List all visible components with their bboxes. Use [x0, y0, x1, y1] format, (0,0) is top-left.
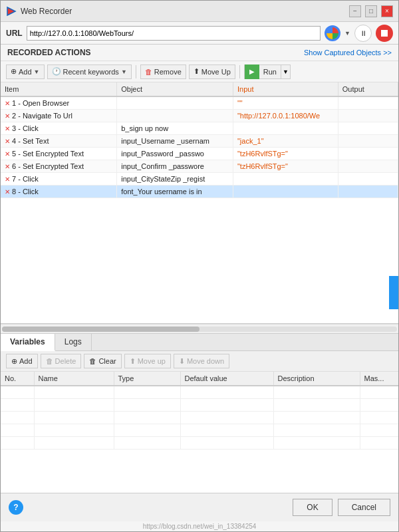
- cancel-button[interactable]: Cancel: [338, 499, 390, 516]
- svg-marker-0: [7, 7, 15, 15]
- vars-delete-button[interactable]: 🗑 Delete: [41, 354, 82, 368]
- window-title: Web Recorder: [21, 7, 345, 16]
- add-icon: ⊕: [11, 67, 17, 76]
- recent-keywords-button[interactable]: 🕐 Recent keywords ▼: [47, 65, 132, 79]
- run-label[interactable]: Run: [259, 68, 281, 76]
- row-remove-icon: ✕: [5, 112, 10, 120]
- stop-icon: [381, 30, 388, 37]
- clock-icon: 🕐: [52, 67, 61, 76]
- bottom-toolbar: ⊕ Add 🗑 Delete 🗑 Clear ⬆ Move up ⬇ Move …: [1, 351, 398, 372]
- row-remove-icon: ✕: [5, 188, 10, 196]
- row-remove-icon: ✕: [5, 150, 10, 158]
- dialog-footer: ? OK Cancel: [1, 493, 398, 521]
- variables-row[interactable]: [1, 386, 398, 399]
- tab-logs[interactable]: Logs: [55, 334, 92, 350]
- vars-move-up-icon: ⬆: [130, 357, 136, 366]
- row-remove-icon: ✕: [5, 125, 10, 132]
- variables-row[interactable]: [1, 437, 398, 450]
- url-label: URL: [6, 29, 23, 38]
- remove-icon: 🗑: [145, 68, 152, 76]
- table-row[interactable]: ✕5 - Set Encrypted Textinput_Password _p…: [1, 148, 398, 160]
- table-row[interactable]: ✕4 - Set Textinput_Username _usernam"jac…: [1, 135, 398, 148]
- row-remove-icon: ✕: [5, 138, 10, 145]
- vars-add-icon: ⊕: [11, 357, 17, 366]
- recorded-actions-header: RECORDED ACTIONS Show Captured Objects >…: [1, 45, 398, 61]
- variables-table: No. Name Type Default value Description …: [1, 372, 398, 450]
- vcol-header-type: Type: [114, 372, 180, 386]
- recent-dropdown-arrow[interactable]: ▼: [121, 68, 127, 75]
- side-indicator: [389, 276, 398, 309]
- tab-variables[interactable]: Variables: [1, 334, 55, 351]
- recorded-actions-title: RECORDED ACTIONS: [7, 48, 91, 57]
- row-remove-icon: ✕: [5, 176, 10, 183]
- vars-move-down-icon: ⬇: [179, 357, 185, 366]
- scrollbar-track[interactable]: [2, 327, 397, 332]
- table-row[interactable]: ✕1 - Open Browser"": [1, 96, 398, 110]
- toolbar-separator-1: [136, 65, 136, 78]
- horizontal-scrollbar[interactable]: [1, 324, 398, 333]
- add-dropdown-arrow[interactable]: ▼: [34, 68, 40, 75]
- vars-delete-icon: 🗑: [46, 357, 53, 365]
- add-button[interactable]: ⊕ Add ▼: [6, 65, 45, 79]
- col-header-object: Object: [117, 82, 233, 96]
- url-bar: URL ▼ ⏸: [1, 22, 398, 45]
- actions-table: Item Object Input Output ✕1 - Open Brows…: [1, 82, 398, 198]
- close-button[interactable]: ×: [381, 5, 393, 17]
- remove-button[interactable]: 🗑 Remove: [140, 65, 186, 79]
- run-button-group: ▶ Run ▼: [244, 65, 291, 79]
- bottom-panel: Variables Logs ⊕ Add 🗑 Delete 🗑 Clear ⬆ …: [1, 333, 398, 493]
- vars-move-down-button[interactable]: ⬇ Move down: [174, 354, 229, 368]
- vars-clear-button[interactable]: 🗑 Clear: [84, 354, 121, 368]
- col-header-output: Output: [338, 82, 398, 96]
- variables-row[interactable]: [1, 399, 398, 412]
- scrollbar-thumb[interactable]: [2, 327, 200, 332]
- watermark: https://blog.csdn.net/wei_in_13384254: [1, 521, 398, 531]
- actions-table-container[interactable]: Item Object Input Output ✕1 - Open Brows…: [1, 82, 398, 324]
- title-bar: Web Recorder − □ ×: [1, 1, 398, 22]
- maximize-button[interactable]: □: [365, 5, 377, 17]
- vcol-header-name: Name: [34, 372, 114, 386]
- vcol-header-no: No.: [1, 372, 34, 386]
- show-captured-button[interactable]: Show Captured Objects >>: [304, 49, 392, 57]
- vcol-header-mas: Mas...: [360, 372, 398, 386]
- variables-row[interactable]: [1, 424, 398, 437]
- run-play-button[interactable]: ▶: [245, 65, 259, 79]
- table-row[interactable]: ✕6 - Set Encrypted Textinput_Confirm _pa…: [1, 160, 398, 173]
- row-remove-icon: ✕: [5, 100, 10, 107]
- help-button[interactable]: ?: [9, 500, 23, 515]
- col-header-item: Item: [1, 82, 117, 96]
- variables-table-container[interactable]: No. Name Type Default value Description …: [1, 372, 398, 493]
- chrome-icon: [327, 27, 338, 39]
- empty-rows-area: [1, 198, 398, 278]
- move-up-icon: ⬆: [194, 67, 200, 76]
- table-row[interactable]: ✕3 - Clickb_sign up now: [1, 122, 398, 135]
- vars-clear-icon: 🗑: [89, 357, 96, 365]
- vars-move-up-button[interactable]: ⬆ Move up: [124, 354, 171, 368]
- table-row[interactable]: ✕8 - Clickfont_Your username is in: [1, 186, 398, 198]
- toolbar-separator-2: [239, 65, 240, 78]
- table-row[interactable]: ✕2 - Navigate To Url"http://127.0.0.1:10…: [1, 110, 398, 122]
- url-input[interactable]: [27, 26, 321, 41]
- move-up-button[interactable]: ⬆ Move Up: [189, 65, 235, 79]
- url-dropdown-arrow[interactable]: ▼: [344, 30, 350, 37]
- run-dropdown-arrow[interactable]: ▼: [281, 65, 290, 79]
- col-header-input: Input: [233, 82, 338, 96]
- variables-row[interactable]: [1, 412, 398, 424]
- minimize-button[interactable]: −: [349, 5, 361, 17]
- pause-icon: ⏸: [360, 29, 367, 37]
- chrome-button[interactable]: [325, 25, 340, 41]
- vars-add-button[interactable]: ⊕ Add: [6, 354, 38, 368]
- table-row[interactable]: ✕7 - Clickinput_CityStateZip _regist: [1, 173, 398, 186]
- vcol-header-default: Default value: [180, 372, 273, 386]
- row-remove-icon: ✕: [5, 163, 10, 170]
- pause-button[interactable]: ⏸: [354, 25, 372, 42]
- ok-button[interactable]: OK: [293, 499, 332, 516]
- app-icon: [6, 6, 17, 17]
- vcol-header-description: Description: [273, 372, 360, 386]
- main-toolbar: ⊕ Add ▼ 🕐 Recent keywords ▼ 🗑 Remove ⬆ M…: [1, 61, 398, 82]
- stop-button[interactable]: [376, 25, 393, 42]
- tab-bar: Variables Logs: [1, 334, 398, 351]
